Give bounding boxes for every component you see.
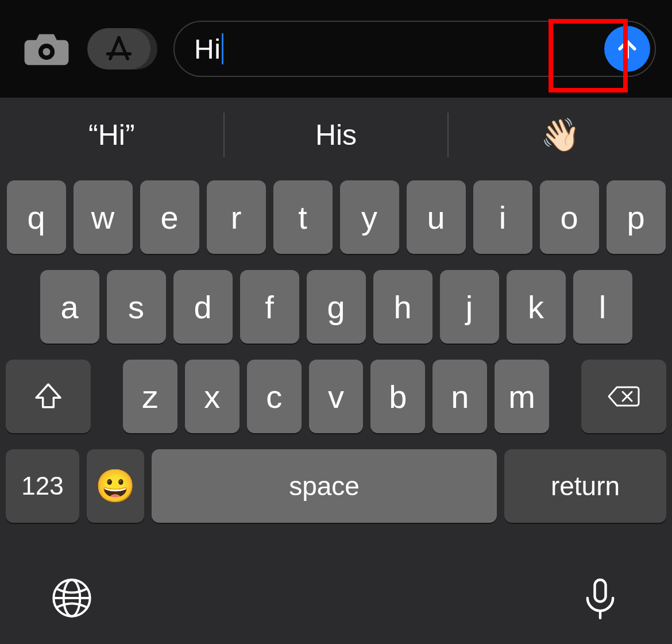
dictation-button[interactable] <box>574 572 626 624</box>
key-r[interactable]: r <box>207 180 266 254</box>
key-a[interactable]: a <box>40 270 99 344</box>
key-u[interactable]: u <box>407 180 466 254</box>
shift-icon <box>32 380 64 412</box>
key-e[interactable]: e <box>140 180 199 254</box>
key-h[interactable]: h <box>373 270 432 344</box>
key-k[interactable]: k <box>507 270 566 344</box>
globe-button[interactable] <box>46 572 98 624</box>
key-t[interactable]: t <box>273 180 333 254</box>
key-s[interactable]: s <box>107 270 166 344</box>
send-button[interactable] <box>604 26 650 72</box>
key-b[interactable]: b <box>370 360 425 433</box>
compose-bar: Hi <box>0 0 672 98</box>
suggestion-bar: Hi His 👋🏻 <box>0 98 672 172</box>
key-z[interactable]: z <box>123 360 177 433</box>
key-c[interactable]: c <box>247 360 302 433</box>
suggestion-item-1[interactable]: His <box>225 98 448 172</box>
message-input-value: Hi <box>194 33 221 65</box>
suggestion-item-0[interactable]: Hi <box>0 98 223 172</box>
delete-key[interactable] <box>581 360 666 433</box>
key-v[interactable]: v <box>309 360 364 433</box>
key-g[interactable]: g <box>307 270 366 344</box>
key-n[interactable]: n <box>432 360 487 433</box>
key-f[interactable]: f <box>240 270 299 344</box>
key-l[interactable]: l <box>573 270 632 344</box>
svg-line-2 <box>110 38 119 59</box>
arrow-up-icon <box>615 36 640 61</box>
key-m[interactable]: m <box>495 360 549 433</box>
camera-icon <box>23 31 70 67</box>
camera-button[interactable] <box>22 26 71 72</box>
key-p[interactable]: p <box>607 180 666 254</box>
key-q[interactable]: q <box>7 180 66 254</box>
svg-point-1 <box>43 48 51 56</box>
app-store-button[interactable] <box>87 28 157 70</box>
svg-rect-11 <box>595 580 606 601</box>
emoji-key[interactable]: 😀 <box>87 449 144 523</box>
text-cursor <box>222 33 223 64</box>
key-j[interactable]: j <box>440 270 499 344</box>
return-key[interactable]: return <box>504 449 666 523</box>
shift-key[interactable] <box>6 360 91 433</box>
numeric-key[interactable]: 123 <box>6 449 79 523</box>
key-x[interactable]: x <box>185 360 240 433</box>
key-d[interactable]: d <box>173 270 233 344</box>
key-i[interactable]: i <box>473 180 532 254</box>
space-key[interactable]: space <box>152 449 497 523</box>
key-y[interactable]: y <box>340 180 399 254</box>
backspace-icon <box>608 380 640 412</box>
svg-line-3 <box>119 38 128 59</box>
key-w[interactable]: w <box>74 180 133 254</box>
microphone-icon <box>578 576 622 620</box>
app-store-icon <box>104 34 134 64</box>
key-o[interactable]: o <box>540 180 599 254</box>
keyboard-bottom-bar <box>0 558 672 644</box>
message-input[interactable]: Hi <box>173 21 656 77</box>
suggestion-item-2[interactable]: 👋🏻 <box>449 98 672 172</box>
globe-icon <box>50 576 94 620</box>
keyboard: q w e r t y u i o p a s d f g h j k l <box>0 172 672 558</box>
